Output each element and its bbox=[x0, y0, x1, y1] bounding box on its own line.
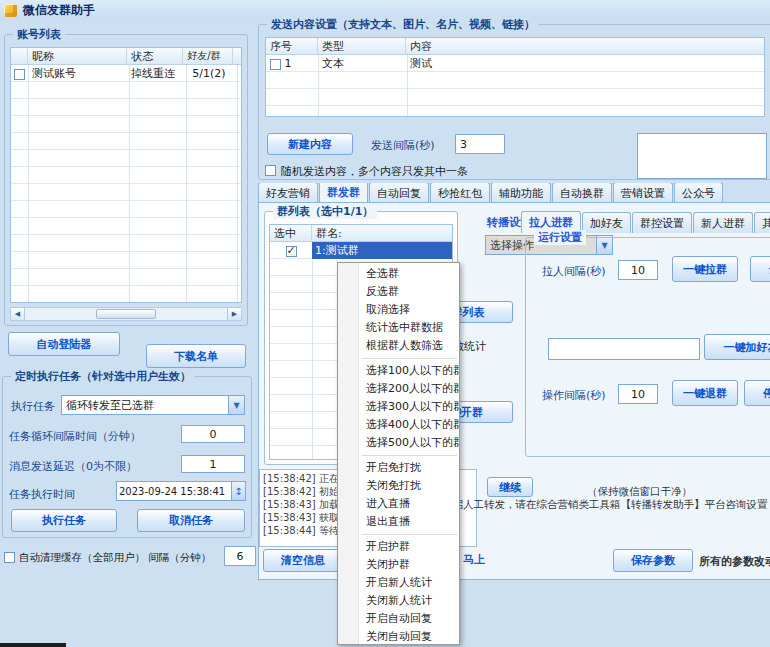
menu-separator bbox=[362, 455, 457, 456]
main-tab-2[interactable]: 群发群 bbox=[319, 183, 368, 203]
sub-tab-5[interactable]: 其他 bbox=[754, 212, 770, 233]
content-col-type[interactable]: 类型 bbox=[318, 38, 406, 54]
content-row-content: 测试 bbox=[406, 56, 764, 71]
sub-tab-3[interactable]: 群控设置 bbox=[632, 212, 692, 233]
select-all-button[interactable]: 全选 bbox=[750, 256, 770, 282]
menu-item[interactable]: 开启护群 bbox=[338, 538, 459, 556]
task-interval-input[interactable]: 0 bbox=[181, 425, 245, 443]
new-content-button[interactable]: 新建内容 bbox=[267, 133, 353, 155]
main-tab-3[interactable]: 自动回复 bbox=[369, 183, 429, 203]
account-nickname: 测试账号 bbox=[28, 66, 128, 81]
content-col-id[interactable]: 序号 bbox=[266, 38, 318, 54]
export-list-button[interactable]: 下载名单 bbox=[146, 344, 246, 368]
main-tab-7[interactable]: 营销设置 bbox=[613, 183, 673, 203]
task-panel: 定时执行任务（针对选中用户生效） 执行任务 循环转发至已选群 ▼ 任务循环间隔时… bbox=[2, 376, 252, 538]
group-col-check[interactable]: 选中 bbox=[270, 225, 312, 241]
pull-interval-input[interactable]: 10 bbox=[618, 260, 658, 280]
content-col-content[interactable]: 内容 bbox=[406, 38, 764, 54]
main-tab-strip: 好友营销 群发群 自动回复 秒抢红包 辅助功能 自动换群 营销设置 公众号 bbox=[258, 183, 770, 203]
accounts-table-body: 测试账号 掉线重连 5/1(2) bbox=[11, 65, 241, 302]
sub-tab-2[interactable]: 加好友 bbox=[582, 212, 631, 233]
chevron-down-icon[interactable]: ▼ bbox=[228, 396, 244, 414]
account-status: 掉线重连 bbox=[128, 66, 184, 81]
scroll-right-arrow-icon[interactable]: ▶ bbox=[227, 308, 241, 320]
start-task-button[interactable]: 执行任务 bbox=[11, 509, 117, 532]
menu-item[interactable]: 开启自动回复 bbox=[338, 610, 459, 628]
auto-login-button[interactable]: 自动登陆器 bbox=[8, 332, 120, 356]
main-tab-8[interactable]: 公众号 bbox=[674, 183, 723, 203]
menu-item[interactable]: 关闭护群 bbox=[338, 556, 459, 574]
send-delay-label: 消息发送延迟（0为不限） bbox=[9, 459, 137, 474]
menu-item[interactable]: 选择200人以下的群 bbox=[338, 380, 459, 398]
content-row-checkbox[interactable] bbox=[270, 59, 281, 70]
accounts-col-counts[interactable]: 好友/群数 bbox=[183, 48, 233, 64]
menu-item[interactable]: 反选群 bbox=[338, 283, 459, 301]
menu-item[interactable]: 全选群 bbox=[338, 265, 459, 283]
menu-separator bbox=[362, 358, 457, 359]
scroll-track[interactable] bbox=[25, 308, 227, 320]
sub-tab-4[interactable]: 新人进群 bbox=[693, 212, 753, 233]
account-row-checkbox[interactable] bbox=[14, 69, 25, 80]
menu-item[interactable]: 选择500人以下的群 bbox=[338, 434, 459, 452]
menu-item[interactable]: 开启免打扰 bbox=[338, 459, 459, 477]
op-interval-input[interactable]: 10 bbox=[618, 384, 658, 404]
pull-settings-panel: 运行设置 拉人间隔(秒) 10 一键拉群 全选 一键加好友 操作间隔(秒) 10… bbox=[525, 237, 770, 457]
add-friend-button[interactable]: 一键加好友 bbox=[704, 334, 770, 360]
main-tab-6[interactable]: 自动换群 bbox=[552, 183, 612, 203]
content-preview-box[interactable] bbox=[637, 133, 767, 179]
menu-item[interactable]: 退出直播 bbox=[338, 513, 459, 531]
send-interval-input[interactable]: 3 bbox=[455, 134, 505, 154]
group-row-checkbox[interactable] bbox=[286, 246, 297, 257]
account-row[interactable]: 测试账号 掉线重连 5/1(2) bbox=[11, 65, 241, 82]
scroll-thumb[interactable] bbox=[96, 309, 157, 319]
menu-item[interactable]: 选择100人以下的群 bbox=[338, 362, 459, 380]
continue-button[interactable]: 继续 bbox=[487, 477, 533, 497]
exec-task-combo[interactable]: 循环转发至已选群 ▼ bbox=[61, 395, 245, 415]
scroll-left-arrow-icon[interactable]: ◀ bbox=[11, 308, 25, 320]
menu-item[interactable]: 取消选择 bbox=[338, 301, 459, 319]
column-divider bbox=[237, 65, 238, 302]
menu-item[interactable]: 进入直播 bbox=[338, 495, 459, 513]
clear-log-button[interactable]: 清空信息 bbox=[263, 549, 343, 572]
group-list-header: 选中 群名: bbox=[270, 225, 452, 242]
accounts-col-check bbox=[11, 48, 28, 64]
app-icon bbox=[4, 4, 17, 17]
menu-item[interactable]: 关闭新人统计 bbox=[338, 592, 459, 610]
send-delay-input[interactable]: 1 bbox=[181, 455, 245, 473]
menu-item[interactable]: 开启新人统计 bbox=[338, 574, 459, 592]
content-row-id: 1 bbox=[285, 57, 292, 70]
save-params-button[interactable]: 保存参数 bbox=[613, 549, 693, 572]
menu-item[interactable]: 选择300人以下的群 bbox=[338, 398, 459, 416]
menu-item[interactable]: 根据群人数筛选 bbox=[338, 337, 459, 355]
menu-item[interactable]: 选择400人以下的群 bbox=[338, 416, 459, 434]
main-tab-1[interactable]: 好友营销 bbox=[258, 183, 318, 203]
autoclean-checkbox[interactable] bbox=[4, 552, 15, 563]
task-time-picker[interactable]: 2023-09-24 15:38:41 ↕ bbox=[116, 481, 246, 501]
group-col-name[interactable]: 群名: bbox=[312, 225, 452, 241]
autoclean-interval-input[interactable]: 6 bbox=[224, 546, 256, 566]
menu-item[interactable]: 关闭免打扰 bbox=[338, 477, 459, 495]
random-send-checkbox[interactable] bbox=[265, 165, 276, 176]
group-context-menu: 全选群 反选群 取消选择 统计选中群数据 根据群人数筛选 选择100人以下的群 … bbox=[337, 262, 460, 645]
main-tab-5[interactable]: 辅助功能 bbox=[491, 183, 551, 203]
content-row[interactable]: 1 文本 测试 bbox=[266, 55, 764, 72]
content-panel: 发送内容设置（支持文本、图片、名片、视频、链接） 序号 类型 内容 1 文本 测… bbox=[258, 24, 770, 180]
menu-separator bbox=[362, 534, 457, 535]
column-divider bbox=[186, 65, 187, 302]
menu-item[interactable]: 关闭自动回复 bbox=[338, 628, 459, 645]
accounts-panel: 账号列表 昵称 状态 好友/群数 测试账号 掉线重连 5/1(2) bbox=[4, 34, 248, 326]
main-tab-4[interactable]: 秒抢红包 bbox=[430, 183, 490, 203]
accounts-h-scrollbar[interactable]: ◀ ▶ bbox=[10, 307, 242, 321]
content-panel-title: 发送内容设置（支持文本、图片、名片、视频、链接） bbox=[267, 17, 539, 32]
accounts-col-status[interactable]: 状态 bbox=[127, 48, 183, 64]
window-title: 微信发群助手 bbox=[23, 2, 95, 19]
group-row[interactable]: 1:测试群 bbox=[270, 242, 452, 259]
quit-group-button[interactable]: 一键退群 bbox=[672, 380, 738, 406]
cancel-task-button[interactable]: 取消任务 bbox=[137, 509, 245, 532]
menu-item[interactable]: 统计选中群数据 bbox=[338, 319, 459, 337]
datetime-spinner-icon[interactable]: ↕ bbox=[231, 482, 245, 500]
accounts-col-nickname[interactable]: 昵称 bbox=[28, 48, 128, 64]
stop-button[interactable]: 停止 bbox=[744, 380, 770, 406]
pull-to-group-button[interactable]: 一键拉群 bbox=[672, 256, 738, 282]
friend-id-input[interactable] bbox=[548, 338, 700, 360]
